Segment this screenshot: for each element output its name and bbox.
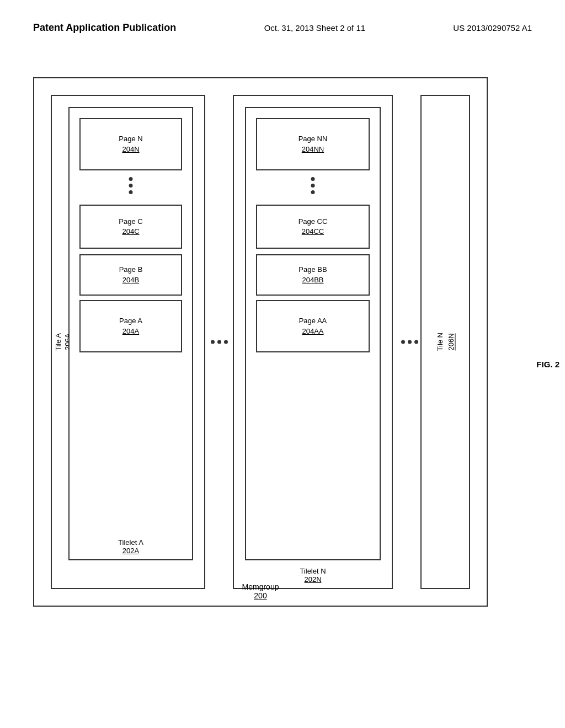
tilelet-n-label: Tilelet N202N bbox=[234, 567, 392, 584]
dot6 bbox=[311, 190, 315, 194]
dots-between-nn-cc bbox=[311, 177, 315, 194]
tile-a-box: Tile A206A Page N 204N bbox=[51, 95, 205, 589]
page-bb-box: Page BB 204BB bbox=[256, 254, 370, 296]
hdot3 bbox=[224, 340, 228, 344]
page-cc-box: Page CC 204CC bbox=[256, 205, 370, 249]
page-n-label: Page N 204N bbox=[119, 134, 142, 154]
page-bb-label: Page BB 204BB bbox=[299, 265, 327, 285]
dot2 bbox=[129, 184, 133, 188]
page-cc-label: Page CC 204CC bbox=[299, 217, 328, 237]
page-b-box: Page B 204B bbox=[79, 254, 182, 296]
page-c-box: Page C 204C bbox=[79, 205, 182, 249]
memgroup-box: Tile A206A Page N 204N bbox=[33, 77, 488, 607]
page-a-label: Page A 204A bbox=[119, 316, 142, 336]
horizontal-dots-right bbox=[401, 340, 418, 344]
page-a-box: Page A 204A bbox=[79, 300, 182, 352]
tilelet-a-box: Page N 204N Page C 204C bbox=[68, 107, 193, 560]
memgroup-label: Memgroup 200 bbox=[242, 582, 279, 600]
hdot1 bbox=[211, 340, 215, 344]
page-nn-box: Page NN 204NN bbox=[256, 118, 370, 170]
header: Patent Application Publication Oct. 31, … bbox=[0, 0, 565, 45]
page-aa-label: Page AA 204AA bbox=[299, 316, 327, 336]
page-n-box: Page N 204N bbox=[79, 118, 182, 170]
page-nn-label: Page NN 204NN bbox=[299, 134, 328, 154]
header-right-patent: US 2013/0290752 A1 bbox=[453, 22, 532, 33]
page-b-label: Page B 204B bbox=[119, 265, 143, 285]
hdot6 bbox=[414, 340, 418, 344]
header-left-title: Patent Application Publication bbox=[33, 22, 176, 34]
page-c-label: Page C 204C bbox=[119, 217, 142, 237]
dot5 bbox=[311, 184, 315, 188]
hdot4 bbox=[401, 340, 405, 344]
dot3 bbox=[129, 190, 133, 194]
tilelet-a-label: Tilelet A202A bbox=[70, 538, 192, 555]
horizontal-dots-left bbox=[211, 340, 228, 344]
header-center-info: Oct. 31, 2013 Sheet 2 of 11 bbox=[264, 22, 365, 33]
tilelet-n-inner-box: Page NN 204NN Page CC 204CC bbox=[245, 107, 381, 560]
diagram-area: Tile A206A Page N 204N bbox=[33, 77, 532, 651]
dot1 bbox=[129, 177, 133, 181]
hdot2 bbox=[217, 340, 221, 344]
tile-n-label: Tile N206N bbox=[435, 333, 456, 351]
fig-label: FIG. 2 bbox=[536, 360, 559, 369]
dots-between-n-c bbox=[129, 177, 133, 194]
tile-n-box: Tile N206N bbox=[420, 95, 470, 589]
dot4 bbox=[311, 177, 315, 181]
tilelet-n-outer-box: Page NN 204NN Page CC 204CC bbox=[233, 95, 393, 589]
hdot5 bbox=[408, 340, 412, 344]
page-aa-box: Page AA 204AA bbox=[256, 300, 370, 352]
